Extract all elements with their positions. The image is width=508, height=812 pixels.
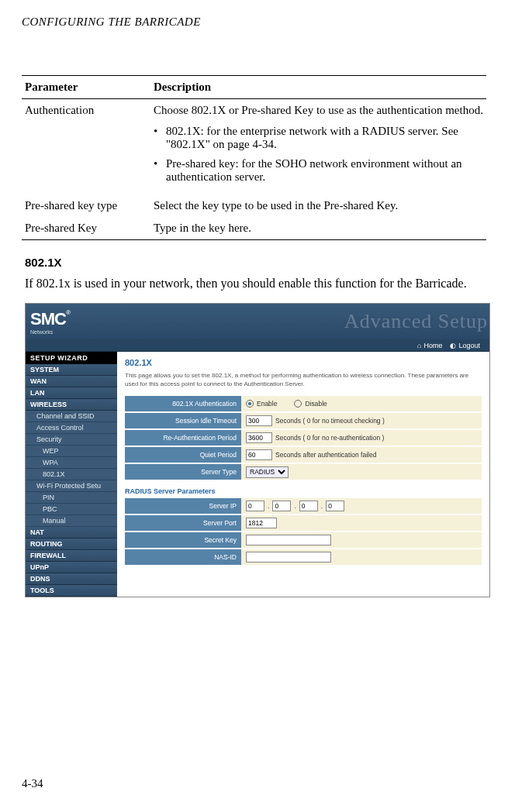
section-text: If 802.1x is used in your network, then … bbox=[25, 275, 483, 292]
radio-enable[interactable] bbox=[246, 400, 254, 408]
registered-icon: ® bbox=[66, 309, 71, 316]
row-server-type: Server Type RADIUS bbox=[125, 464, 482, 480]
input-quiet-period[interactable] bbox=[246, 449, 272, 460]
select-server-type[interactable]: RADIUS bbox=[246, 466, 289, 478]
home-link[interactable]: ⌂Home bbox=[417, 342, 442, 349]
content-title: 802.1X bbox=[125, 358, 482, 367]
label-8021x-auth: 802.1X Authentication bbox=[125, 396, 241, 411]
sidebar-sub-security[interactable]: Security bbox=[26, 434, 117, 446]
home-icon: ⌂ bbox=[417, 342, 421, 349]
sidebar-sub-manual[interactable]: Manual bbox=[26, 515, 117, 527]
input-ip-3[interactable] bbox=[299, 501, 318, 511]
sidebar-item-routing[interactable]: ROUTING bbox=[26, 538, 117, 550]
header-title: Advanced Setup bbox=[344, 310, 488, 333]
suffix-text: Seconds ( 0 for no re-authentication ) bbox=[275, 434, 384, 442]
sidebar-item-nat[interactable]: NAT bbox=[26, 527, 117, 538]
col-description: Description bbox=[146, 76, 486, 99]
input-ip-1[interactable] bbox=[246, 501, 264, 511]
ui-header: SMC® Networks Advanced Setup bbox=[26, 304, 489, 339]
sidebar-item-upnp[interactable]: UPnP bbox=[26, 562, 117, 573]
label-server-port: Server Port bbox=[125, 515, 241, 531]
input-reauth-period[interactable] bbox=[246, 432, 272, 443]
sidebar-item-ddns[interactable]: DDNS bbox=[26, 573, 117, 585]
bullet-text: Pre-shared key: for the SOHO network env… bbox=[166, 157, 483, 184]
input-nas-id[interactable] bbox=[246, 552, 331, 563]
sidebar-setup-wizard[interactable]: SETUP WIZARD bbox=[26, 352, 117, 364]
sidebar-item-lan[interactable]: LAN bbox=[26, 387, 117, 399]
radio-disable-label: Disable bbox=[305, 400, 327, 408]
bullet-icon: • bbox=[154, 125, 166, 151]
row-session-idle: Session Idle Timeout Seconds ( 0 for no … bbox=[125, 413, 482, 428]
row-reauth-period: Re-Authentication Period Seconds ( 0 for… bbox=[125, 430, 482, 446]
suffix-text: Seconds after authentication failed bbox=[275, 451, 376, 459]
param-desc: Select the key type to be used in the Pr… bbox=[146, 194, 486, 217]
label-session-idle: Session Idle Timeout bbox=[125, 413, 241, 428]
input-ip-4[interactable] bbox=[326, 501, 344, 511]
sidebar-sub-pin[interactable]: PIN bbox=[26, 492, 117, 504]
table-row: Authentication Choose 802.1X or Pre-shar… bbox=[22, 99, 486, 195]
sidebar-sub-wpa[interactable]: WPA bbox=[26, 457, 117, 469]
param-desc: Choose 802.1X or Pre-shared Key to use a… bbox=[146, 99, 486, 195]
row-8021x-auth: 802.1X Authentication Enable Disable bbox=[125, 396, 482, 411]
content-intro: This page allows you to set the 802.1X, … bbox=[125, 372, 482, 388]
input-server-port[interactable] bbox=[246, 518, 277, 528]
parameter-table: Parameter Description Authentication Cho… bbox=[22, 75, 486, 240]
label-secret-key: Secret Key bbox=[125, 532, 241, 548]
sidebar-sub-pbc[interactable]: PBC bbox=[26, 504, 117, 515]
param-name: Authentication bbox=[22, 99, 146, 195]
sidebar-sub-8021x[interactable]: 802.1X bbox=[26, 469, 117, 480]
label-server-type: Server Type bbox=[125, 464, 241, 480]
top-toolbar: ⌂Home ◐Logout bbox=[26, 339, 489, 352]
sidebar-item-firewall[interactable]: FIREWALL bbox=[26, 550, 117, 562]
page-number: 4-34 bbox=[22, 777, 43, 790]
sidebar-item-tools[interactable]: TOOLS bbox=[26, 585, 117, 597]
sidebar-sub-wifi-protected[interactable]: Wi-Fi Protected Setu bbox=[26, 480, 117, 492]
router-ui-screenshot: SMC® Networks Advanced Setup ⌂Home ◐Logo… bbox=[25, 303, 490, 597]
sidebar-item-wireless[interactable]: WIRELESS bbox=[26, 399, 117, 411]
logout-icon: ◐ bbox=[450, 342, 456, 349]
logo-subtext: Networks bbox=[30, 329, 71, 335]
row-secret-key: Secret Key bbox=[125, 532, 482, 548]
label-nas-id: NAS-ID bbox=[125, 549, 241, 565]
bullet-icon: • bbox=[154, 157, 166, 184]
desc-text: Choose 802.1X or Pre-shared Key to use a… bbox=[154, 104, 483, 116]
param-name: Pre-shared Key bbox=[22, 217, 146, 240]
sidebar-sub-channel-ssid[interactable]: Channel and SSID bbox=[26, 411, 117, 422]
page-header: CONFIGURING THE BARRICADE bbox=[22, 15, 486, 29]
logout-link[interactable]: ◐Logout bbox=[450, 342, 480, 349]
input-ip-2[interactable] bbox=[272, 501, 291, 511]
sidebar-item-wan[interactable]: WAN bbox=[26, 376, 117, 387]
col-parameter: Parameter bbox=[22, 76, 146, 99]
row-server-port: Server Port bbox=[125, 515, 482, 531]
content-panel: 802.1X This page allows you to set the 8… bbox=[117, 352, 489, 597]
bullet-text: 802.1X: for the enterprise network with … bbox=[166, 125, 483, 151]
logout-label: Logout bbox=[458, 342, 480, 349]
sidebar-sub-wep[interactable]: WEP bbox=[26, 446, 117, 457]
sidebar: SETUP WIZARD SYSTEM WAN LAN WIRELESS Cha… bbox=[26, 352, 117, 597]
label-server-ip: Server IP bbox=[125, 498, 241, 514]
table-row: Pre-shared key type Select the key type … bbox=[22, 194, 486, 217]
label-reauth-period: Re-Authentication Period bbox=[125, 430, 241, 446]
home-label: Home bbox=[423, 342, 442, 349]
row-quiet-period: Quiet Period Seconds after authenticatio… bbox=[125, 447, 482, 463]
sidebar-sub-access-control[interactable]: Access Control bbox=[26, 422, 117, 434]
input-session-idle[interactable] bbox=[246, 415, 272, 426]
row-nas-id: NAS-ID bbox=[125, 549, 482, 565]
param-desc: Type in the key here. bbox=[146, 217, 486, 240]
suffix-text: Seconds ( 0 for no timeout checking ) bbox=[275, 417, 385, 425]
table-row: Pre-shared Key Type in the key here. bbox=[22, 217, 486, 240]
sidebar-item-system[interactable]: SYSTEM bbox=[26, 364, 117, 376]
row-server-ip: Server IP . . . bbox=[125, 498, 482, 514]
logo-text: SMC bbox=[30, 309, 66, 329]
radio-enable-label: Enable bbox=[257, 400, 277, 408]
radius-subhead: RADIUS Server Parameters bbox=[125, 487, 482, 495]
radio-disable[interactable] bbox=[294, 400, 302, 408]
label-quiet-period: Quiet Period bbox=[125, 447, 241, 463]
section-heading: 802.1X bbox=[25, 256, 486, 269]
brand-logo: SMC® Networks bbox=[30, 309, 71, 335]
param-name: Pre-shared key type bbox=[22, 194, 146, 217]
input-secret-key[interactable] bbox=[246, 535, 331, 545]
